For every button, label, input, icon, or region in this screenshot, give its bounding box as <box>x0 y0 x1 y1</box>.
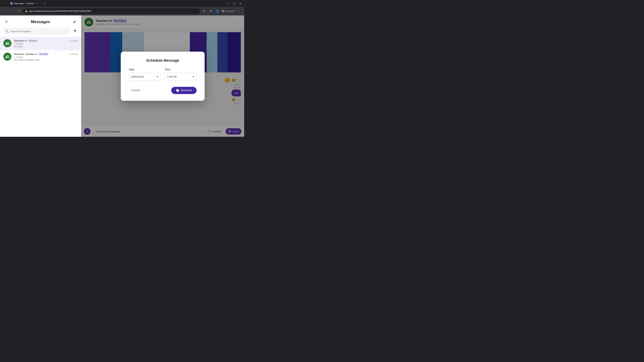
address-bar[interactable]: 🔒 app.seesaw.me/c/conv.01HR4FNQSKJRF4332… <box>23 8 200 14</box>
lock-icon: 🔒 <box>25 10 28 12</box>
date-select-wrap: 03/05/2024 ▼ <box>129 73 161 81</box>
conv-meta-1: 1 member <box>14 42 67 45</box>
conv-info-1: Teachers in Moodjoy 1 member You: text <box>14 39 67 48</box>
schedule-modal-btn-label: Schedule <box>180 89 192 92</box>
filter-btn[interactable] <box>72 28 78 34</box>
active-tab[interactable]: S Messages - Seesaw ✕ <box>8 1 41 6</box>
sidebar: ✕ Messages 🔍 Teache <box>0 15 81 137</box>
conversation-list: Teachers in Moodjoy 1 member You: text 6… <box>0 37 81 137</box>
tab-close-btn[interactable]: ✕ <box>35 2 38 5</box>
conv-info-2: Teachers, Families in Moodjoy 1 member Y… <box>14 53 67 61</box>
conv-preview-1: You: text <box>14 45 67 48</box>
conv-item-2[interactable]: Teachers, Families in Moodjoy 1 member Y… <box>0 50 81 64</box>
forward-btn[interactable]: → <box>10 8 15 14</box>
modal-date-field: Date 03/05/2024 ▼ <box>129 68 161 81</box>
conv-name-1: Teachers in <box>14 39 27 42</box>
sidebar-title: Messages <box>12 19 70 24</box>
modal-title: Schedule Message <box>129 58 196 63</box>
time-select[interactable]: 1:00 PM <box>165 73 196 81</box>
search-bar: 🔍 <box>3 27 78 35</box>
compose-btn[interactable] <box>72 19 78 25</box>
conv-item-1[interactable]: Teachers in Moodjoy 1 member You: text 6… <box>0 37 81 50</box>
conv-preview-2: You: This is a sample note. <box>14 59 67 61</box>
conv-avatar-1 <box>3 39 12 47</box>
url-text: app.seesaw.me/c/conv.01HR4FNQSKJRF4332PS… <box>29 10 91 12</box>
nav-bar: ← → ↻ 🔒 app.seesaw.me/c/conv.01HR4FNQSKJ… <box>0 7 244 15</box>
schedule-modal: Schedule Message Date 03/05/2024 ▼ <box>121 52 204 101</box>
search-icon: 🔍 <box>5 30 9 33</box>
conv-time-1: 6:21 PM <box>70 39 78 42</box>
tab-bar-area: S Messages - Seesaw ✕ + <box>8 1 47 6</box>
conv-name-row-2: Teachers, Families in Moodjoy <box>14 53 67 55</box>
sidebar-header: ✕ Messages <box>0 15 81 27</box>
main-chat: Teachers in Moodjoy 0 people can see & r… <box>81 15 244 137</box>
app-layout: ✕ Messages 🔍 Teache <box>0 15 244 137</box>
conv-name-2: Teachers, Families in <box>14 53 38 55</box>
close-btn[interactable]: ✕ <box>238 1 243 6</box>
time-label: Time <box>165 68 196 71</box>
profile-circle-btn[interactable]: 👤 <box>215 8 220 14</box>
modal-time-field: Time 1:00 PM ▼ <box>165 68 196 81</box>
back-btn[interactable]: ← <box>3 8 8 14</box>
time-select-wrap: 1:00 PM ▼ <box>165 73 196 81</box>
incognito-badge: Incognito <box>222 9 235 13</box>
minimize-btn[interactable]: — <box>225 1 230 5</box>
tab-favicon: S <box>10 2 13 5</box>
date-select[interactable]: 03/05/2024 <box>129 73 161 81</box>
conv-time-2: 5:44 PM <box>70 53 78 55</box>
conv-meta-2: 1 member <box>14 56 67 58</box>
browser-chrome: ⋮ S Messages - Seesaw ✕ + — ◻ ✕ ← → ↻ 🔒 … <box>0 0 244 15</box>
refresh-btn[interactable]: ↻ <box>16 8 22 14</box>
modal-overlay: Schedule Message Date 03/05/2024 ▼ <box>81 15 244 137</box>
conv-badge-2: Moodjoy <box>38 53 49 55</box>
incognito-label: Incognito <box>226 10 235 12</box>
conv-badge-1: Moodjoy <box>28 39 38 42</box>
schedule-clock-modal-icon: 🕐 <box>176 89 179 92</box>
schedule-modal-btn[interactable]: 🕐 Schedule <box>171 87 196 94</box>
date-label: Date <box>129 68 161 71</box>
conv-name-row-1: Teachers in Moodjoy <box>14 39 67 42</box>
conv-avatar-2 <box>3 53 12 61</box>
profile-btn[interactable]: ⋮ <box>1 1 5 5</box>
new-tab-btn[interactable]: + <box>42 1 47 6</box>
modal-fields: Date 03/05/2024 ▼ Time 1 <box>129 68 196 81</box>
extensions-btn[interactable]: ■ <box>208 8 214 14</box>
restore-btn[interactable]: ◻ <box>232 1 237 6</box>
tab-title: Messages - Seesaw <box>14 2 34 5</box>
cancel-btn[interactable]: Cancel <box>129 87 142 93</box>
bookmark-btn[interactable]: ★ <box>202 8 207 14</box>
menu-btn[interactable]: ⋮ <box>236 8 242 14</box>
title-bar: ⋮ S Messages - Seesaw ✕ + — ◻ ✕ <box>0 0 244 7</box>
sidebar-close-btn[interactable]: ✕ <box>3 19 10 25</box>
nav-right-controls: ★ ■ 👤 Incognito ⋮ <box>202 8 242 14</box>
modal-actions: Cancel 🕐 Schedule <box>129 87 196 94</box>
search-input-wrap[interactable]: 🔍 <box>3 27 70 35</box>
search-input[interactable] <box>10 30 68 33</box>
